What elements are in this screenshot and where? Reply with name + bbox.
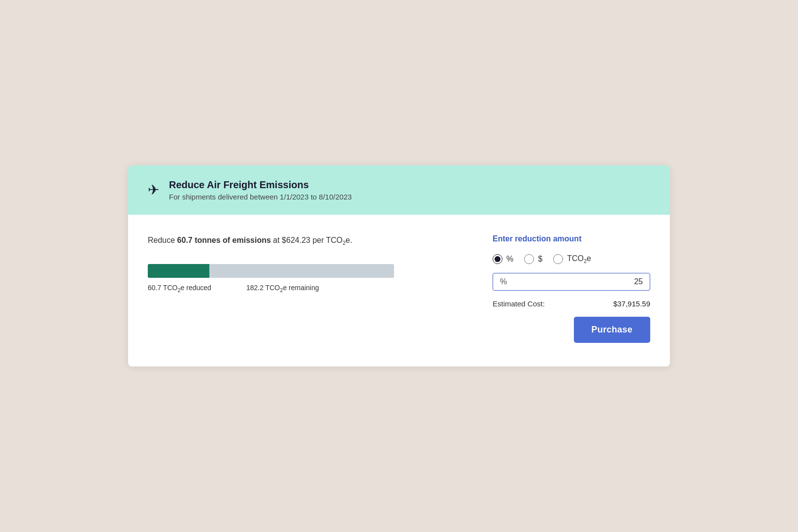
radio-group: % $ TCO2e: [493, 254, 650, 264]
radio-tco2e-label: TCO2e: [567, 254, 591, 264]
reduced-suffix: e reduced: [181, 284, 211, 292]
reduced-label: TCO: [163, 284, 178, 292]
reduced-tonnes: 60.7: [148, 284, 161, 292]
radio-dollar[interactable]: [524, 254, 534, 264]
header-text: Reduce Air Freight Emissions For shipmen…: [169, 179, 352, 201]
left-section: Reduce 60.7 tonnes of emissions at $624.…: [148, 234, 463, 343]
label-reduced: 60.7 TCO2e reduced: [148, 284, 227, 293]
card-body: Reduce 60.7 tonnes of emissions at $624.…: [128, 215, 670, 366]
progress-bar-filled: [148, 264, 209, 278]
estimated-cost-row: Estimated Cost: $37,915.59: [493, 299, 650, 308]
radio-percent-label: %: [506, 255, 513, 264]
main-card: ✈ Reduce Air Freight Emissions For shipm…: [128, 166, 670, 366]
progress-bar: [148, 264, 394, 278]
plane-icon: ✈: [148, 182, 159, 198]
remaining-tonnes: 182.2: [246, 284, 264, 292]
desc-prefix: Reduce: [148, 236, 177, 244]
card-header: ✈ Reduce Air Freight Emissions For shipm…: [128, 166, 670, 215]
header-subtitle: For shipments delivered between 1/1/2023…: [169, 193, 352, 201]
radio-tco2e[interactable]: [553, 254, 563, 264]
radio-option-percent[interactable]: %: [493, 254, 513, 264]
desc-end: e.: [346, 236, 352, 244]
amount-input[interactable]: [511, 277, 643, 286]
reduction-section-title: Enter reduction amount: [493, 234, 650, 243]
amount-input-wrapper: %: [493, 273, 650, 291]
amount-prefix: %: [500, 277, 507, 286]
remaining-label: TCO: [266, 284, 280, 292]
emissions-description: Reduce 60.7 tonnes of emissions at $624.…: [148, 234, 463, 246]
progress-labels: 60.7 TCO2e reduced 182.2 TCO2e remaining: [148, 284, 463, 293]
desc-suffix: at $624.23 per TCO: [271, 236, 343, 244]
right-section: Enter reduction amount % $ TCO2e: [493, 234, 650, 343]
purchase-button[interactable]: Purchase: [574, 317, 650, 343]
header-title: Reduce Air Freight Emissions: [169, 179, 352, 191]
tco2e-subscript: 2: [584, 258, 587, 264]
radio-dollar-label: $: [538, 255, 542, 264]
progress-bar-remaining: [209, 264, 394, 278]
radio-option-dollar[interactable]: $: [524, 254, 542, 264]
radio-percent[interactable]: [493, 254, 502, 264]
remaining-suffix: e remaining: [283, 284, 319, 292]
estimated-cost-label: Estimated Cost:: [493, 299, 545, 308]
desc-amount: 60.7 tonnes of emissions: [177, 236, 271, 244]
label-remaining: 182.2 TCO2e remaining: [246, 284, 319, 293]
estimated-cost-value: $37,915.59: [613, 299, 650, 308]
radio-option-tco2e[interactable]: TCO2e: [553, 254, 591, 264]
